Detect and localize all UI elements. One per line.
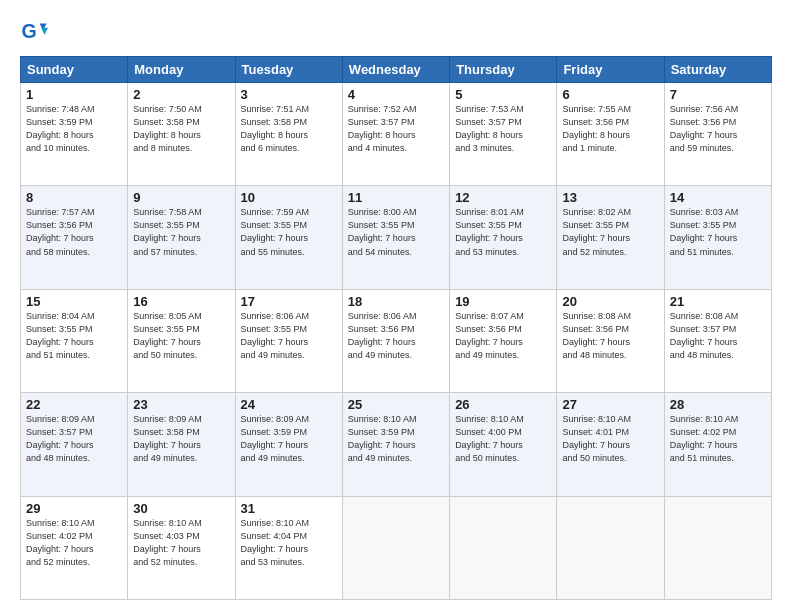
day-number: 26 — [455, 397, 551, 412]
logo-icon: G — [20, 18, 48, 46]
calendar-cell: 16Sunrise: 8:05 AM Sunset: 3:55 PM Dayli… — [128, 289, 235, 392]
day-info: Sunrise: 8:10 AM Sunset: 4:02 PM Dayligh… — [670, 413, 766, 465]
day-number: 22 — [26, 397, 122, 412]
day-info: Sunrise: 8:02 AM Sunset: 3:55 PM Dayligh… — [562, 206, 658, 258]
day-header-sunday: Sunday — [21, 57, 128, 83]
calendar-cell: 23Sunrise: 8:09 AM Sunset: 3:58 PM Dayli… — [128, 393, 235, 496]
day-info: Sunrise: 7:52 AM Sunset: 3:57 PM Dayligh… — [348, 103, 444, 155]
calendar-cell — [450, 496, 557, 599]
day-number: 6 — [562, 87, 658, 102]
calendar-cell: 1Sunrise: 7:48 AM Sunset: 3:59 PM Daylig… — [21, 83, 128, 186]
calendar-cell — [342, 496, 449, 599]
day-number: 2 — [133, 87, 229, 102]
day-info: Sunrise: 8:10 AM Sunset: 4:02 PM Dayligh… — [26, 517, 122, 569]
calendar-cell: 22Sunrise: 8:09 AM Sunset: 3:57 PM Dayli… — [21, 393, 128, 496]
logo: G — [20, 18, 52, 46]
calendar-cell: 5Sunrise: 7:53 AM Sunset: 3:57 PM Daylig… — [450, 83, 557, 186]
calendar-cell: 12Sunrise: 8:01 AM Sunset: 3:55 PM Dayli… — [450, 186, 557, 289]
calendar-cell: 14Sunrise: 8:03 AM Sunset: 3:55 PM Dayli… — [664, 186, 771, 289]
day-number: 3 — [241, 87, 337, 102]
calendar-body: 1Sunrise: 7:48 AM Sunset: 3:59 PM Daylig… — [21, 83, 772, 600]
day-number: 18 — [348, 294, 444, 309]
day-info: Sunrise: 8:10 AM Sunset: 3:59 PM Dayligh… — [348, 413, 444, 465]
calendar-cell: 20Sunrise: 8:08 AM Sunset: 3:56 PM Dayli… — [557, 289, 664, 392]
week-row-3: 15Sunrise: 8:04 AM Sunset: 3:55 PM Dayli… — [21, 289, 772, 392]
day-number: 24 — [241, 397, 337, 412]
day-number: 12 — [455, 190, 551, 205]
day-number: 14 — [670, 190, 766, 205]
calendar-cell: 29Sunrise: 8:10 AM Sunset: 4:02 PM Dayli… — [21, 496, 128, 599]
day-number: 16 — [133, 294, 229, 309]
day-number: 17 — [241, 294, 337, 309]
calendar-cell: 25Sunrise: 8:10 AM Sunset: 3:59 PM Dayli… — [342, 393, 449, 496]
day-info: Sunrise: 7:50 AM Sunset: 3:58 PM Dayligh… — [133, 103, 229, 155]
week-row-2: 8Sunrise: 7:57 AM Sunset: 3:56 PM Daylig… — [21, 186, 772, 289]
calendar-cell: 17Sunrise: 8:06 AM Sunset: 3:55 PM Dayli… — [235, 289, 342, 392]
week-row-1: 1Sunrise: 7:48 AM Sunset: 3:59 PM Daylig… — [21, 83, 772, 186]
calendar-cell: 7Sunrise: 7:56 AM Sunset: 3:56 PM Daylig… — [664, 83, 771, 186]
day-number: 30 — [133, 501, 229, 516]
header-row: SundayMondayTuesdayWednesdayThursdayFrid… — [21, 57, 772, 83]
calendar-cell: 8Sunrise: 7:57 AM Sunset: 3:56 PM Daylig… — [21, 186, 128, 289]
calendar-cell — [664, 496, 771, 599]
calendar-cell: 24Sunrise: 8:09 AM Sunset: 3:59 PM Dayli… — [235, 393, 342, 496]
day-number: 9 — [133, 190, 229, 205]
day-number: 19 — [455, 294, 551, 309]
calendar-cell: 28Sunrise: 8:10 AM Sunset: 4:02 PM Dayli… — [664, 393, 771, 496]
day-number: 10 — [241, 190, 337, 205]
day-info: Sunrise: 8:01 AM Sunset: 3:55 PM Dayligh… — [455, 206, 551, 258]
calendar-cell: 15Sunrise: 8:04 AM Sunset: 3:55 PM Dayli… — [21, 289, 128, 392]
day-number: 11 — [348, 190, 444, 205]
day-number: 27 — [562, 397, 658, 412]
day-info: Sunrise: 7:55 AM Sunset: 3:56 PM Dayligh… — [562, 103, 658, 155]
day-number: 28 — [670, 397, 766, 412]
page: G SundayMondayTuesdayWednesdayThursdayFr… — [0, 0, 792, 612]
day-info: Sunrise: 7:58 AM Sunset: 3:55 PM Dayligh… — [133, 206, 229, 258]
calendar-cell: 18Sunrise: 8:06 AM Sunset: 3:56 PM Dayli… — [342, 289, 449, 392]
day-info: Sunrise: 7:53 AM Sunset: 3:57 PM Dayligh… — [455, 103, 551, 155]
day-info: Sunrise: 8:09 AM Sunset: 3:57 PM Dayligh… — [26, 413, 122, 465]
calendar-table: SundayMondayTuesdayWednesdayThursdayFrid… — [20, 56, 772, 600]
day-number: 31 — [241, 501, 337, 516]
day-header-monday: Monday — [128, 57, 235, 83]
day-info: Sunrise: 8:06 AM Sunset: 3:55 PM Dayligh… — [241, 310, 337, 362]
day-header-saturday: Saturday — [664, 57, 771, 83]
day-number: 25 — [348, 397, 444, 412]
calendar-cell: 4Sunrise: 7:52 AM Sunset: 3:57 PM Daylig… — [342, 83, 449, 186]
day-info: Sunrise: 7:48 AM Sunset: 3:59 PM Dayligh… — [26, 103, 122, 155]
day-info: Sunrise: 8:00 AM Sunset: 3:55 PM Dayligh… — [348, 206, 444, 258]
day-info: Sunrise: 7:57 AM Sunset: 3:56 PM Dayligh… — [26, 206, 122, 258]
day-info: Sunrise: 8:08 AM Sunset: 3:57 PM Dayligh… — [670, 310, 766, 362]
day-header-thursday: Thursday — [450, 57, 557, 83]
day-info: Sunrise: 8:08 AM Sunset: 3:56 PM Dayligh… — [562, 310, 658, 362]
day-info: Sunrise: 8:09 AM Sunset: 3:59 PM Dayligh… — [241, 413, 337, 465]
calendar-cell: 19Sunrise: 8:07 AM Sunset: 3:56 PM Dayli… — [450, 289, 557, 392]
calendar-cell: 10Sunrise: 7:59 AM Sunset: 3:55 PM Dayli… — [235, 186, 342, 289]
day-header-wednesday: Wednesday — [342, 57, 449, 83]
svg-marker-2 — [41, 28, 48, 35]
day-number: 7 — [670, 87, 766, 102]
day-info: Sunrise: 8:03 AM Sunset: 3:55 PM Dayligh… — [670, 206, 766, 258]
calendar-cell: 6Sunrise: 7:55 AM Sunset: 3:56 PM Daylig… — [557, 83, 664, 186]
calendar-cell: 3Sunrise: 7:51 AM Sunset: 3:58 PM Daylig… — [235, 83, 342, 186]
day-info: Sunrise: 7:59 AM Sunset: 3:55 PM Dayligh… — [241, 206, 337, 258]
week-row-4: 22Sunrise: 8:09 AM Sunset: 3:57 PM Dayli… — [21, 393, 772, 496]
day-header-tuesday: Tuesday — [235, 57, 342, 83]
week-row-5: 29Sunrise: 8:10 AM Sunset: 4:02 PM Dayli… — [21, 496, 772, 599]
day-info: Sunrise: 8:10 AM Sunset: 4:03 PM Dayligh… — [133, 517, 229, 569]
calendar-header: SundayMondayTuesdayWednesdayThursdayFrid… — [21, 57, 772, 83]
day-number: 29 — [26, 501, 122, 516]
day-info: Sunrise: 8:09 AM Sunset: 3:58 PM Dayligh… — [133, 413, 229, 465]
day-info: Sunrise: 8:10 AM Sunset: 4:04 PM Dayligh… — [241, 517, 337, 569]
day-info: Sunrise: 8:06 AM Sunset: 3:56 PM Dayligh… — [348, 310, 444, 362]
day-info: Sunrise: 8:05 AM Sunset: 3:55 PM Dayligh… — [133, 310, 229, 362]
day-info: Sunrise: 7:51 AM Sunset: 3:58 PM Dayligh… — [241, 103, 337, 155]
calendar-cell: 31Sunrise: 8:10 AM Sunset: 4:04 PM Dayli… — [235, 496, 342, 599]
calendar-cell: 2Sunrise: 7:50 AM Sunset: 3:58 PM Daylig… — [128, 83, 235, 186]
day-number: 5 — [455, 87, 551, 102]
day-number: 15 — [26, 294, 122, 309]
day-info: Sunrise: 8:07 AM Sunset: 3:56 PM Dayligh… — [455, 310, 551, 362]
calendar-cell: 21Sunrise: 8:08 AM Sunset: 3:57 PM Dayli… — [664, 289, 771, 392]
day-info: Sunrise: 8:04 AM Sunset: 3:55 PM Dayligh… — [26, 310, 122, 362]
calendar-cell: 30Sunrise: 8:10 AM Sunset: 4:03 PM Dayli… — [128, 496, 235, 599]
